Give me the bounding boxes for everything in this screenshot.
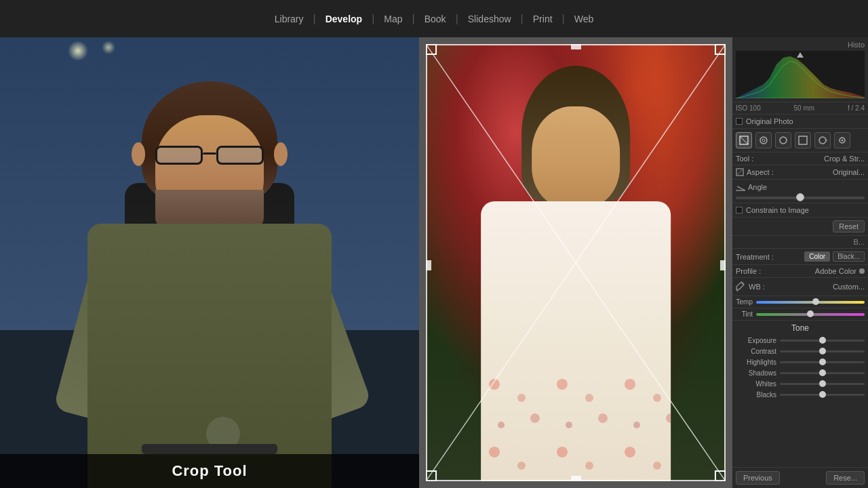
camera-info-row: ISO 100 50 mm f / 2.4 <box>732 102 868 115</box>
angle-label: Angle <box>748 183 767 191</box>
svg-point-27 <box>741 282 744 285</box>
constrain-row: Constrain to Image <box>732 203 868 218</box>
svg-point-18 <box>819 137 826 144</box>
shadows-slider[interactable] <box>780 372 865 374</box>
gradient-tool-icon[interactable] <box>795 132 811 148</box>
nav-book[interactable]: Book <box>415 14 456 24</box>
temp-label: Temp <box>736 298 753 306</box>
tint-slider[interactable] <box>756 313 865 316</box>
svg-line-25 <box>737 186 745 190</box>
temp-slider[interactable] <box>756 301 865 304</box>
bw-indicator: B... <box>853 238 865 246</box>
previous-button[interactable]: Previous <box>736 471 780 485</box>
photo-area[interactable] <box>419 37 732 488</box>
treatment-color-button[interactable]: Color <box>804 251 830 262</box>
wb-value: Custom... <box>833 283 865 291</box>
tone-section: Tone Exposure Contrast Highlights Shadow… <box>732 321 868 467</box>
aspect-value: Original... <box>833 168 865 176</box>
nav-library[interactable]: Library <box>265 14 313 24</box>
original-photo-label: Original Photo <box>746 117 793 125</box>
treatment-bw-button[interactable]: Black... <box>833 251 865 262</box>
bottom-buttons: Previous Rese... <box>732 467 868 488</box>
highlights-row: Highlights <box>736 359 865 366</box>
aperture-value: f / 2.4 <box>848 104 865 112</box>
histogram-section: Histo <box>732 37 868 102</box>
original-photo-row: Original Photo <box>732 115 868 129</box>
original-photo-checkbox[interactable] <box>736 118 743 125</box>
iso-value: ISO 100 <box>736 104 761 112</box>
eyedropper-icon <box>736 281 745 293</box>
exposure-slider[interactable] <box>780 340 865 342</box>
crop-tool-icon[interactable] <box>736 132 752 148</box>
blacks-slider[interactable] <box>780 394 865 396</box>
temp-thumb <box>812 298 819 305</box>
redeye-tool-icon[interactable] <box>775 132 791 148</box>
constrain-checkbox[interactable] <box>736 207 743 214</box>
webcam-panel: RACING <box>0 37 419 488</box>
photo-panel <box>419 37 732 488</box>
highlights-slider[interactable] <box>780 361 865 363</box>
reset-button[interactable]: Reset <box>833 220 865 232</box>
constrain-label: Constrain to Image <box>746 206 809 214</box>
whites-thumb <box>819 380 826 387</box>
laptop <box>142 444 277 454</box>
svg-point-15 <box>762 139 765 142</box>
subject-dress-pattern <box>481 371 671 481</box>
tool-icons-row <box>732 129 868 152</box>
angle-slider-thumb <box>796 193 804 201</box>
whites-slider[interactable] <box>780 383 865 385</box>
person-ear-left <box>132 142 145 166</box>
nav-map[interactable]: Map <box>374 14 412 24</box>
angle-slider[interactable] <box>736 197 865 199</box>
tint-row: Tint <box>732 308 868 321</box>
reset-bottom-button[interactable]: Rese... <box>826 471 865 485</box>
histogram-title: Histo <box>736 41 865 49</box>
highlights-label: Highlights <box>736 359 776 366</box>
radial-tool-icon[interactable] <box>814 132 831 148</box>
treatment-options: Color Black... <box>804 251 865 262</box>
crop-tool-label: Crop Tool <box>172 462 247 480</box>
nav-web[interactable]: Web <box>565 14 604 24</box>
photo-image <box>426 44 726 481</box>
brush-tool-icon[interactable] <box>834 132 850 148</box>
contrast-slider[interactable] <box>780 350 865 352</box>
person-glasses <box>152 146 267 166</box>
contrast-thumb <box>819 348 826 354</box>
webcam-scene: RACING <box>0 37 419 488</box>
aspect-row: Aspect : Original... <box>732 165 868 180</box>
contrast-label: Contrast <box>736 348 776 355</box>
person-webcam <box>74 68 345 488</box>
nav-develop[interactable]: Develop <box>316 14 372 24</box>
angle-icon <box>736 186 745 191</box>
subject-face <box>532 106 620 208</box>
glasses-lens-right <box>216 146 264 165</box>
photo-subject <box>448 66 703 481</box>
shadows-row: Shadows <box>736 369 865 377</box>
glasses-lens-left <box>155 146 203 165</box>
tool-label-row: Tool : Crop & Str... <box>732 152 868 165</box>
focal-value: 50 mm <box>794 104 815 112</box>
blacks-thumb <box>819 391 826 398</box>
profile-value-area: Adobe Color <box>815 267 865 275</box>
bw-row: B... <box>732 236 868 249</box>
nav-print[interactable]: Print <box>524 14 562 24</box>
bg-light-1 <box>68 41 88 61</box>
nav-bar: Library | Develop | Map | Book | Slidesh… <box>265 13 604 25</box>
svg-point-16 <box>780 137 787 144</box>
blacks-label: Blacks <box>736 391 776 399</box>
nav-slideshow[interactable]: Slideshow <box>458 14 521 24</box>
svg-point-21 <box>842 140 844 142</box>
temp-row: Temp <box>732 296 868 308</box>
svg-rect-17 <box>799 136 807 144</box>
exposure-row: Exposure <box>736 337 865 344</box>
top-navigation: Library | Develop | Map | Book | Slidesh… <box>0 0 868 37</box>
svg-line-13 <box>740 136 748 144</box>
heal-tool-icon[interactable] <box>755 132 772 148</box>
exposure-thumb <box>819 337 826 344</box>
right-panel: Histo ISO 100 50 mm f / 2. <box>732 37 868 488</box>
whites-row: Whites <box>736 380 865 388</box>
shadows-thumb <box>819 369 826 376</box>
contrast-row: Contrast <box>736 348 865 355</box>
histogram-canvas <box>736 51 865 98</box>
bg-light-2 <box>102 41 115 54</box>
